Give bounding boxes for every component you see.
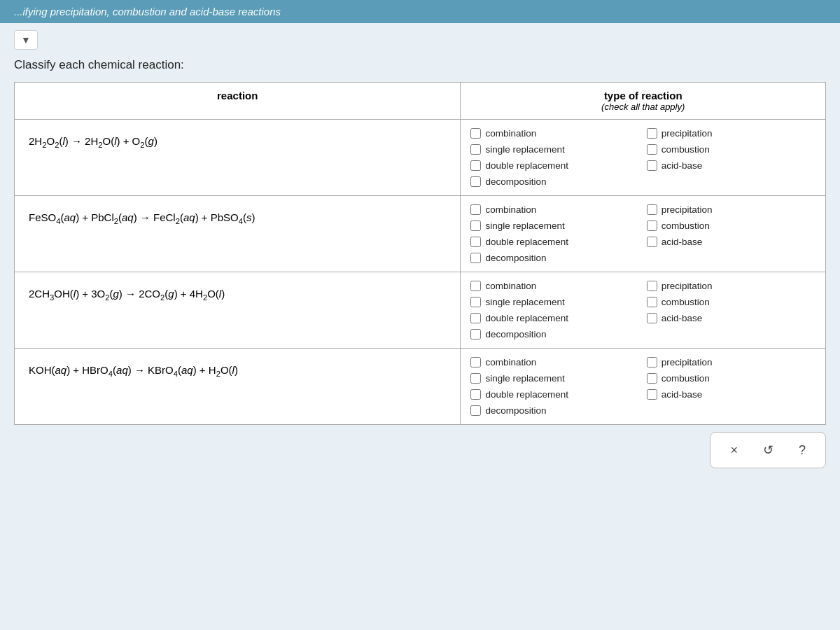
checkbox-double-replacement-3-label: double replacement — [485, 313, 568, 323]
checkbox-precipitation-3-input[interactable] — [647, 281, 657, 291]
checkbox-precipitation-2[interactable]: precipitation — [647, 203, 816, 216]
col-reaction-header: reaction — [15, 83, 461, 120]
type-cell-4: combination precipitation single replace… — [461, 349, 826, 425]
checkbox-decomposition-4-input[interactable] — [470, 405, 481, 416]
checkbox-double-replacement-2[interactable]: double replacement — [470, 235, 639, 248]
help-icon: ? — [799, 443, 806, 457]
checkbox-single-replacement-1[interactable]: single replacement — [470, 143, 639, 156]
checkbox-decomposition-2[interactable]: decomposition — [470, 251, 639, 265]
checkbox-combustion-4[interactable]: combustion — [647, 372, 816, 385]
checkbox-decomposition-4[interactable]: decomposition — [470, 404, 639, 417]
checkbox-precipitation-2-input[interactable] — [647, 204, 657, 215]
checkbox-decomposition-1-input[interactable] — [470, 176, 481, 187]
undo-button[interactable]: ↺ — [757, 440, 779, 461]
checkbox-precipitation-1-input[interactable] — [647, 128, 657, 139]
reaction-cell-1: 2H2O2(l) → 2H2O(l) + O2(g) — [15, 120, 461, 196]
checkbox-combination-4-input[interactable] — [470, 357, 481, 368]
checkbox-combination-3[interactable]: combination — [470, 279, 639, 293]
checkbox-double-replacement-3[interactable]: double replacement — [470, 312, 639, 325]
checkbox-combustion-3-label: combustion — [662, 297, 710, 307]
action-buttons-container: × ↺ ? — [710, 432, 826, 468]
checkbox-acid-base-3-label: acid-base — [662, 313, 703, 323]
checkbox-single-replacement-1-label: single replacement — [485, 144, 564, 155]
table-row: FeSO4(aq) + PbCl2(aq) → FeCl2(aq) + PbSO… — [15, 196, 826, 272]
checkbox-combination-4-label: combination — [485, 357, 536, 368]
type-cell-2: combination precipitation single replace… — [461, 196, 826, 272]
table-row: KOH(aq) + HBrO4(aq) → KBrO4(aq) + H2O(l)… — [15, 349, 826, 425]
chevron-container: ▼ — [14, 30, 38, 50]
checkbox-precipitation-4-input[interactable] — [647, 357, 657, 368]
checkbox-double-replacement-2-input[interactable] — [470, 237, 481, 247]
reaction-formula-2: FeSO4(aq) + PbCl2(aq) → FeCl2(aq) + PbSO… — [29, 211, 255, 223]
checkbox-double-replacement-2-label: double replacement — [485, 237, 568, 247]
checkbox-double-replacement-4-input[interactable] — [470, 389, 481, 400]
checkbox-combustion-3[interactable]: combustion — [647, 295, 816, 309]
checkbox-acid-base-1[interactable]: acid-base — [647, 159, 816, 172]
bottom-bar: × ↺ ? — [14, 432, 826, 468]
table-row: 2H2O2(l) → 2H2O(l) + O2(g) combination p… — [15, 120, 826, 196]
checkbox-decomposition-3[interactable]: decomposition — [470, 328, 639, 341]
checkbox-combustion-1[interactable]: combustion — [647, 143, 816, 156]
checkbox-precipitation-1-label: precipitation — [662, 128, 713, 139]
close-button[interactable]: × — [724, 440, 743, 461]
checkbox-acid-base-3[interactable]: acid-base — [647, 312, 816, 325]
checkbox-single-replacement-2-label: single replacement — [485, 220, 564, 231]
checkbox-single-replacement-2-input[interactable] — [470, 220, 481, 231]
checkbox-acid-base-3-input[interactable] — [647, 313, 657, 323]
checkbox-single-replacement-3-input[interactable] — [470, 297, 481, 307]
checkbox-precipitation-4-label: precipitation — [662, 357, 713, 368]
checkbox-double-replacement-4-label: double replacement — [485, 389, 568, 400]
checkbox-precipitation-3-label: precipitation — [662, 281, 713, 291]
checkbox-combustion-4-label: combustion — [662, 373, 710, 384]
checkbox-single-replacement-4-input[interactable] — [470, 373, 481, 384]
checkbox-double-replacement-4[interactable]: double replacement — [470, 388, 639, 401]
type-grid-2: combination precipitation single replace… — [470, 203, 816, 265]
type-grid-1: combination precipitation single replace… — [470, 127, 816, 188]
checkbox-acid-base-2-label: acid-base — [662, 237, 703, 247]
checkbox-combination-1[interactable]: combination — [470, 127, 639, 140]
type-cell-3: combination precipitation single replace… — [461, 272, 826, 349]
checkbox-single-replacement-1-input[interactable] — [470, 144, 481, 155]
checkbox-combination-2-label: combination — [485, 204, 536, 215]
checkbox-acid-base-4[interactable]: acid-base — [647, 388, 816, 401]
undo-icon: ↺ — [763, 443, 774, 457]
col-type-header-sub: (check all that apply) — [470, 102, 816, 112]
checkbox-decomposition-1[interactable]: decomposition — [470, 175, 639, 188]
checkbox-combustion-1-input[interactable] — [647, 144, 657, 155]
checkbox-single-replacement-3[interactable]: single replacement — [470, 295, 639, 309]
checkbox-double-replacement-3-input[interactable] — [470, 313, 481, 323]
checkbox-combustion-2-input[interactable] — [647, 220, 657, 231]
checkbox-double-replacement-1[interactable]: double replacement — [470, 159, 639, 172]
checkbox-precipitation-1[interactable]: precipitation — [647, 127, 816, 140]
checkbox-acid-base-1-input[interactable] — [647, 160, 657, 171]
checkbox-acid-base-2-input[interactable] — [647, 237, 657, 247]
checkbox-double-replacement-1-input[interactable] — [470, 160, 481, 171]
top-bar: ...ifying precipitation, combustion and … — [0, 0, 840, 23]
chevron-down-icon: ▼ — [21, 34, 31, 46]
checkbox-combination-2-input[interactable] — [470, 204, 481, 215]
col-type-header-main: type of reaction — [470, 90, 816, 102]
checkbox-precipitation-4[interactable]: precipitation — [647, 356, 816, 369]
close-icon: × — [730, 443, 738, 457]
checkbox-decomposition-2-input[interactable] — [470, 253, 481, 263]
checkbox-acid-base-2[interactable]: acid-base — [647, 235, 816, 248]
checkbox-combination-4[interactable]: combination — [470, 356, 639, 369]
checkbox-decomposition-1-label: decomposition — [485, 176, 546, 187]
reaction-formula-1: 2H2O2(l) → 2H2O(l) + O2(g) — [29, 135, 158, 147]
checkbox-combination-2[interactable]: combination — [470, 203, 639, 216]
checkbox-single-replacement-4[interactable]: single replacement — [470, 372, 639, 385]
checkbox-combustion-3-input[interactable] — [647, 297, 657, 307]
checkbox-precipitation-3[interactable]: precipitation — [647, 279, 816, 293]
type-grid-3: combination precipitation single replace… — [470, 279, 816, 341]
checkbox-decomposition-2-label: decomposition — [485, 253, 546, 263]
checkbox-combustion-2[interactable]: combustion — [647, 219, 816, 232]
help-button[interactable]: ? — [793, 440, 811, 461]
checkbox-combination-3-input[interactable] — [470, 281, 481, 291]
chevron-down-button[interactable]: ▼ — [14, 30, 38, 50]
checkbox-double-replacement-1-label: double replacement — [485, 160, 568, 171]
checkbox-combustion-4-input[interactable] — [647, 373, 657, 384]
checkbox-acid-base-4-input[interactable] — [647, 389, 657, 400]
checkbox-decomposition-3-input[interactable] — [470, 329, 481, 340]
checkbox-combination-1-input[interactable] — [470, 128, 481, 139]
checkbox-single-replacement-2[interactable]: single replacement — [470, 219, 639, 232]
